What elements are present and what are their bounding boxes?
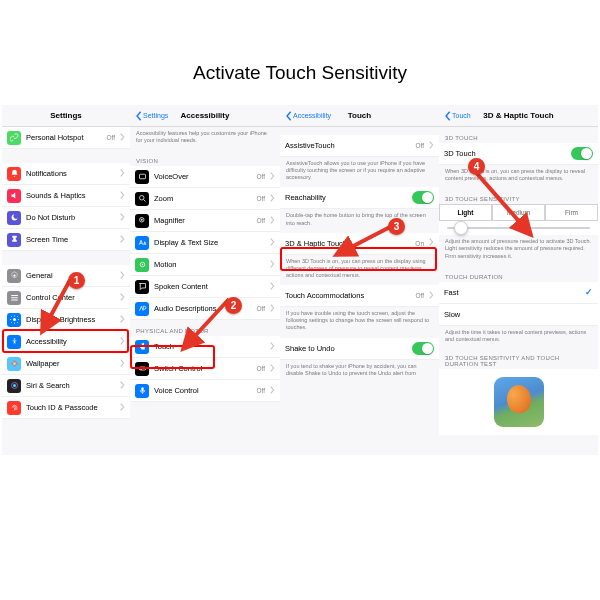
row-slow[interactable]: Slow	[439, 304, 598, 326]
hourglass-icon	[7, 233, 21, 247]
accessibility-header: Settings Accessibility	[130, 105, 280, 127]
row-voiceover[interactable]: VoiceOver Off	[130, 166, 280, 188]
seg-medium[interactable]: Medium	[492, 204, 545, 221]
panels: Settings Personal Hotspot Off Notificati…	[2, 105, 598, 455]
chevron-right-icon	[270, 364, 275, 374]
moon-icon	[7, 211, 21, 225]
sensitivity-segmented[interactable]: Light Medium Firm	[439, 204, 598, 221]
chevron-right-icon	[429, 238, 434, 248]
vision-section: VISION	[130, 150, 280, 166]
shake-toggle[interactable]	[412, 342, 434, 355]
zoom-icon	[135, 192, 149, 206]
svg-point-6	[13, 362, 15, 364]
seg-firm[interactable]: Firm	[545, 204, 598, 221]
mic-icon	[135, 384, 149, 398]
motion-icon	[135, 258, 149, 272]
svg-point-5	[13, 338, 15, 340]
touch-icon	[135, 340, 149, 354]
row-fast[interactable]: Fast ✓	[439, 282, 598, 304]
row-general[interactable]: General	[2, 265, 130, 287]
chevron-right-icon	[270, 304, 275, 314]
chevron-right-icon	[270, 216, 275, 226]
row-display-text-size[interactable]: Display & Text Size	[130, 232, 280, 254]
row-audio-descriptions[interactable]: Audio Descriptions Off	[130, 298, 280, 320]
row-touch-accommodations[interactable]: Touch Accommodations Off	[280, 285, 439, 307]
row-zoom[interactable]: Zoom Off	[130, 188, 280, 210]
chevron-right-icon	[270, 386, 275, 396]
svg-point-17	[141, 264, 143, 266]
reachability-note: Double-tap the home button to bring the …	[280, 209, 439, 232]
flower-icon	[7, 357, 21, 371]
chevron-right-icon	[270, 238, 275, 248]
duration-note: Adjust the time it takes to reveal conte…	[439, 326, 598, 349]
siri-icon	[7, 379, 21, 393]
row-sounds-haptics[interactable]: Sounds & Haptics	[2, 185, 130, 207]
row-siri-search[interactable]: Siri & Search	[2, 375, 130, 397]
row-touch[interactable]: Touch	[130, 336, 280, 358]
chevron-right-icon	[429, 141, 434, 151]
chevron-right-icon	[270, 194, 275, 204]
row-display-brightness[interactable]: Display & Brightness	[2, 309, 130, 331]
row-wallpaper[interactable]: Wallpaper	[2, 353, 130, 375]
speaker-icon	[7, 189, 21, 203]
link-icon	[7, 131, 21, 145]
row-assistivetouch[interactable]: AssistiveTouch Off	[280, 135, 439, 157]
speech-icon	[135, 280, 149, 294]
chevron-right-icon	[120, 235, 125, 245]
3d-title: 3D & Haptic Touch	[483, 111, 554, 120]
accessibility-column: Settings Accessibility Accessibility fea…	[130, 105, 280, 455]
chevron-right-icon	[120, 403, 125, 413]
accom-note: If you have trouble using the touch scre…	[280, 307, 439, 337]
touch-column: Accessibility Touch AssistiveTouch Off A…	[280, 105, 439, 455]
textsize-icon	[135, 236, 149, 250]
chevron-right-icon	[120, 293, 125, 303]
row-reachability[interactable]: Reachability	[280, 187, 439, 209]
sun-icon	[7, 313, 21, 327]
back-button[interactable]: Settings	[135, 111, 168, 121]
seg-light[interactable]: Light	[439, 204, 492, 221]
row-shake-to-undo[interactable]: Shake to Undo	[280, 338, 439, 360]
row-control-center[interactable]: Control Center	[2, 287, 130, 309]
test-photo[interactable]	[494, 377, 544, 427]
reachability-toggle[interactable]	[412, 191, 434, 204]
chevron-right-icon	[120, 337, 125, 347]
svg-point-12	[13, 384, 16, 387]
row-do-not-disturb[interactable]: Do Not Disturb	[2, 207, 130, 229]
svg-point-4	[13, 318, 16, 321]
svg-rect-13	[139, 175, 145, 180]
row-personal-hotspot[interactable]: Personal Hotspot Off	[2, 127, 130, 149]
settings-header: Settings	[2, 105, 130, 127]
3dtouch-toggle[interactable]	[571, 147, 593, 160]
bell-icon	[7, 167, 21, 181]
test-area[interactable]	[439, 369, 598, 435]
row-3d-touch-toggle[interactable]: 3D Touch	[439, 143, 598, 165]
svg-point-14	[139, 196, 144, 201]
row-notifications[interactable]: Notifications	[2, 163, 130, 185]
chevron-right-icon	[270, 342, 275, 352]
row-screen-time[interactable]: Screen Time	[2, 229, 130, 251]
sliders-icon	[7, 291, 21, 305]
back-button[interactable]: Touch	[444, 111, 471, 121]
row-accessibility[interactable]: Accessibility	[2, 331, 130, 353]
svg-point-19	[139, 368, 141, 370]
chevron-right-icon	[270, 282, 275, 292]
sensitivity-section: 3D TOUCH SENSITIVITY	[439, 188, 598, 204]
settings-column: Settings Personal Hotspot Off Notificati…	[2, 105, 130, 455]
svg-point-10	[11, 362, 13, 364]
sensitivity-slider[interactable]	[439, 221, 598, 235]
3d-haptic-column: Touch 3D & Haptic Touch 3D TOUCH 3D Touc…	[439, 105, 598, 455]
chevron-right-icon	[270, 172, 275, 182]
row-voice-control[interactable]: Voice Control Off	[130, 380, 280, 402]
back-button[interactable]: Accessibility	[285, 111, 331, 121]
row-motion[interactable]: Motion	[130, 254, 280, 276]
3dtouch-section: 3D TOUCH	[439, 127, 598, 143]
row-switch-control[interactable]: Switch Control Off	[130, 358, 280, 380]
row-spoken-content[interactable]: Spoken Content	[130, 276, 280, 298]
svg-rect-2	[11, 297, 18, 298]
row-magnifier[interactable]: Magnifier Off	[130, 210, 280, 232]
row-3d-haptic-touch[interactable]: 3D & Haptic Touch On	[280, 233, 439, 255]
chevron-right-icon	[120, 213, 125, 223]
row-touchid-passcode[interactable]: Touch ID & Passcode	[2, 397, 130, 419]
chevron-right-icon	[120, 359, 125, 369]
voiceover-icon	[135, 170, 149, 184]
